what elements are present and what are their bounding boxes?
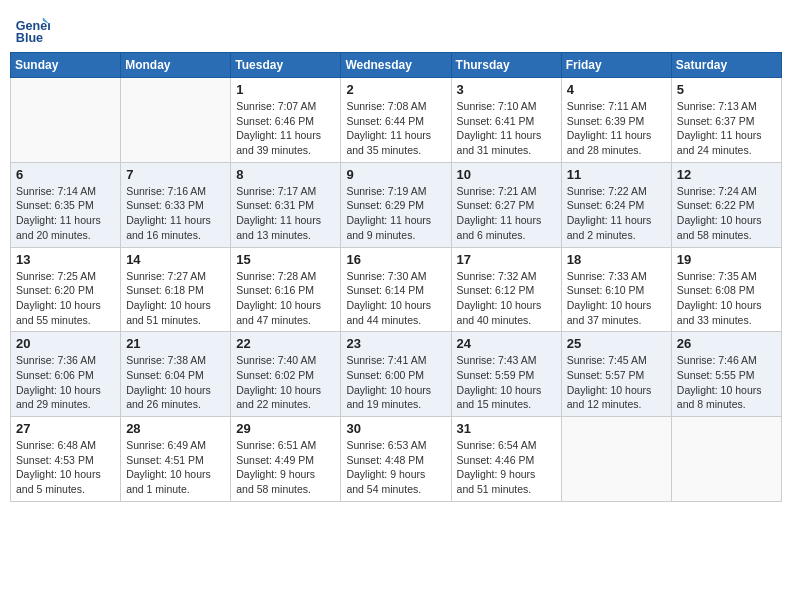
- day-info: Sunrise: 7:19 AMSunset: 6:29 PMDaylight:…: [346, 184, 445, 243]
- day-number: 14: [126, 252, 225, 267]
- day-number: 12: [677, 167, 776, 182]
- calendar-cell: 21Sunrise: 7:38 AMSunset: 6:04 PMDayligh…: [121, 332, 231, 417]
- calendar-cell: 22Sunrise: 7:40 AMSunset: 6:02 PMDayligh…: [231, 332, 341, 417]
- day-number: 8: [236, 167, 335, 182]
- day-info: Sunrise: 7:28 AMSunset: 6:16 PMDaylight:…: [236, 269, 335, 328]
- calendar-cell: 6Sunrise: 7:14 AMSunset: 6:35 PMDaylight…: [11, 162, 121, 247]
- calendar-cell: 23Sunrise: 7:41 AMSunset: 6:00 PMDayligh…: [341, 332, 451, 417]
- day-info: Sunrise: 7:24 AMSunset: 6:22 PMDaylight:…: [677, 184, 776, 243]
- calendar-cell: 18Sunrise: 7:33 AMSunset: 6:10 PMDayligh…: [561, 247, 671, 332]
- day-info: Sunrise: 7:45 AMSunset: 5:57 PMDaylight:…: [567, 353, 666, 412]
- day-number: 7: [126, 167, 225, 182]
- day-number: 28: [126, 421, 225, 436]
- calendar-cell: 24Sunrise: 7:43 AMSunset: 5:59 PMDayligh…: [451, 332, 561, 417]
- day-info: Sunrise: 6:48 AMSunset: 4:53 PMDaylight:…: [16, 438, 115, 497]
- calendar-cell: 15Sunrise: 7:28 AMSunset: 6:16 PMDayligh…: [231, 247, 341, 332]
- calendar-cell: 20Sunrise: 7:36 AMSunset: 6:06 PMDayligh…: [11, 332, 121, 417]
- day-number: 16: [346, 252, 445, 267]
- day-number: 20: [16, 336, 115, 351]
- weekday-header-wednesday: Wednesday: [341, 53, 451, 78]
- day-number: 26: [677, 336, 776, 351]
- calendar-cell: [671, 417, 781, 502]
- day-number: 21: [126, 336, 225, 351]
- calendar-cell: 29Sunrise: 6:51 AMSunset: 4:49 PMDayligh…: [231, 417, 341, 502]
- day-info: Sunrise: 7:16 AMSunset: 6:33 PMDaylight:…: [126, 184, 225, 243]
- calendar-cell: 25Sunrise: 7:45 AMSunset: 5:57 PMDayligh…: [561, 332, 671, 417]
- calendar-cell: 28Sunrise: 6:49 AMSunset: 4:51 PMDayligh…: [121, 417, 231, 502]
- logo: General Blue: [14, 10, 54, 46]
- day-info: Sunrise: 6:53 AMSunset: 4:48 PMDaylight:…: [346, 438, 445, 497]
- calendar-cell: [121, 78, 231, 163]
- calendar-cell: [11, 78, 121, 163]
- day-number: 3: [457, 82, 556, 97]
- calendar-cell: 27Sunrise: 6:48 AMSunset: 4:53 PMDayligh…: [11, 417, 121, 502]
- svg-text:Blue: Blue: [16, 31, 43, 45]
- day-number: 6: [16, 167, 115, 182]
- day-number: 29: [236, 421, 335, 436]
- day-info: Sunrise: 7:14 AMSunset: 6:35 PMDaylight:…: [16, 184, 115, 243]
- day-number: 17: [457, 252, 556, 267]
- calendar-cell: 14Sunrise: 7:27 AMSunset: 6:18 PMDayligh…: [121, 247, 231, 332]
- calendar-cell: 31Sunrise: 6:54 AMSunset: 4:46 PMDayligh…: [451, 417, 561, 502]
- day-info: Sunrise: 7:22 AMSunset: 6:24 PMDaylight:…: [567, 184, 666, 243]
- day-number: 9: [346, 167, 445, 182]
- logo-icon: General Blue: [14, 10, 50, 46]
- calendar-cell: 17Sunrise: 7:32 AMSunset: 6:12 PMDayligh…: [451, 247, 561, 332]
- day-info: Sunrise: 7:32 AMSunset: 6:12 PMDaylight:…: [457, 269, 556, 328]
- weekday-header-saturday: Saturday: [671, 53, 781, 78]
- day-info: Sunrise: 7:10 AMSunset: 6:41 PMDaylight:…: [457, 99, 556, 158]
- day-number: 11: [567, 167, 666, 182]
- day-number: 27: [16, 421, 115, 436]
- day-info: Sunrise: 7:41 AMSunset: 6:00 PMDaylight:…: [346, 353, 445, 412]
- calendar-cell: 1Sunrise: 7:07 AMSunset: 6:46 PMDaylight…: [231, 78, 341, 163]
- weekday-header-tuesday: Tuesday: [231, 53, 341, 78]
- day-info: Sunrise: 7:43 AMSunset: 5:59 PMDaylight:…: [457, 353, 556, 412]
- day-number: 5: [677, 82, 776, 97]
- day-info: Sunrise: 7:07 AMSunset: 6:46 PMDaylight:…: [236, 99, 335, 158]
- day-number: 31: [457, 421, 556, 436]
- day-info: Sunrise: 7:21 AMSunset: 6:27 PMDaylight:…: [457, 184, 556, 243]
- calendar-cell: 16Sunrise: 7:30 AMSunset: 6:14 PMDayligh…: [341, 247, 451, 332]
- day-info: Sunrise: 7:36 AMSunset: 6:06 PMDaylight:…: [16, 353, 115, 412]
- day-number: 13: [16, 252, 115, 267]
- calendar-cell: 30Sunrise: 6:53 AMSunset: 4:48 PMDayligh…: [341, 417, 451, 502]
- weekday-header-monday: Monday: [121, 53, 231, 78]
- calendar-cell: 10Sunrise: 7:21 AMSunset: 6:27 PMDayligh…: [451, 162, 561, 247]
- day-number: 15: [236, 252, 335, 267]
- day-number: 25: [567, 336, 666, 351]
- day-info: Sunrise: 7:30 AMSunset: 6:14 PMDaylight:…: [346, 269, 445, 328]
- calendar-cell: 19Sunrise: 7:35 AMSunset: 6:08 PMDayligh…: [671, 247, 781, 332]
- calendar-cell: 7Sunrise: 7:16 AMSunset: 6:33 PMDaylight…: [121, 162, 231, 247]
- day-info: Sunrise: 7:11 AMSunset: 6:39 PMDaylight:…: [567, 99, 666, 158]
- calendar-cell: 9Sunrise: 7:19 AMSunset: 6:29 PMDaylight…: [341, 162, 451, 247]
- calendar-table: SundayMondayTuesdayWednesdayThursdayFrid…: [10, 52, 782, 502]
- day-info: Sunrise: 7:46 AMSunset: 5:55 PMDaylight:…: [677, 353, 776, 412]
- weekday-header-sunday: Sunday: [11, 53, 121, 78]
- calendar-cell: 5Sunrise: 7:13 AMSunset: 6:37 PMDaylight…: [671, 78, 781, 163]
- day-number: 30: [346, 421, 445, 436]
- day-number: 2: [346, 82, 445, 97]
- calendar-cell: [561, 417, 671, 502]
- day-number: 23: [346, 336, 445, 351]
- day-info: Sunrise: 7:40 AMSunset: 6:02 PMDaylight:…: [236, 353, 335, 412]
- day-number: 22: [236, 336, 335, 351]
- day-info: Sunrise: 7:25 AMSunset: 6:20 PMDaylight:…: [16, 269, 115, 328]
- calendar-cell: 8Sunrise: 7:17 AMSunset: 6:31 PMDaylight…: [231, 162, 341, 247]
- calendar-cell: 3Sunrise: 7:10 AMSunset: 6:41 PMDaylight…: [451, 78, 561, 163]
- day-info: Sunrise: 6:51 AMSunset: 4:49 PMDaylight:…: [236, 438, 335, 497]
- day-number: 19: [677, 252, 776, 267]
- day-number: 1: [236, 82, 335, 97]
- calendar-cell: 4Sunrise: 7:11 AMSunset: 6:39 PMDaylight…: [561, 78, 671, 163]
- day-number: 18: [567, 252, 666, 267]
- day-number: 10: [457, 167, 556, 182]
- day-info: Sunrise: 7:13 AMSunset: 6:37 PMDaylight:…: [677, 99, 776, 158]
- day-info: Sunrise: 7:33 AMSunset: 6:10 PMDaylight:…: [567, 269, 666, 328]
- day-number: 24: [457, 336, 556, 351]
- page-header: General Blue: [10, 10, 782, 46]
- day-info: Sunrise: 7:17 AMSunset: 6:31 PMDaylight:…: [236, 184, 335, 243]
- day-info: Sunrise: 7:27 AMSunset: 6:18 PMDaylight:…: [126, 269, 225, 328]
- calendar-cell: 2Sunrise: 7:08 AMSunset: 6:44 PMDaylight…: [341, 78, 451, 163]
- day-info: Sunrise: 7:35 AMSunset: 6:08 PMDaylight:…: [677, 269, 776, 328]
- day-info: Sunrise: 7:08 AMSunset: 6:44 PMDaylight:…: [346, 99, 445, 158]
- calendar-cell: 26Sunrise: 7:46 AMSunset: 5:55 PMDayligh…: [671, 332, 781, 417]
